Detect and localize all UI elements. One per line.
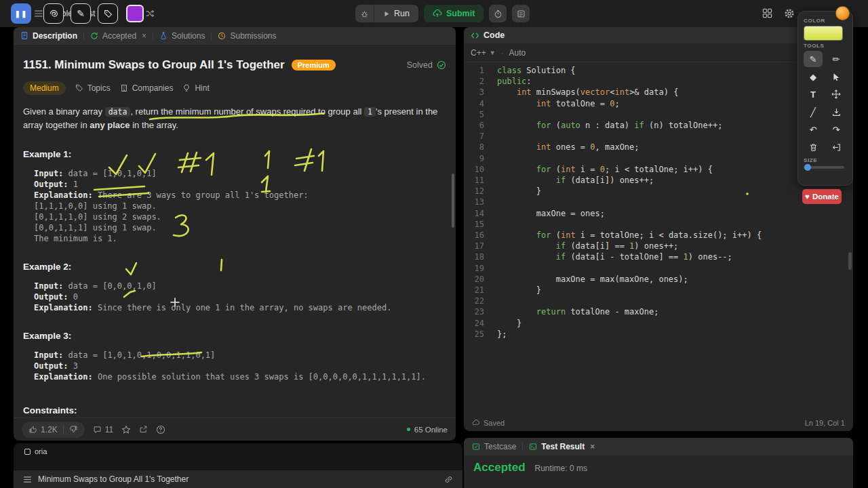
link-icon[interactable] xyxy=(444,475,453,484)
size-slider[interactable] xyxy=(804,166,844,169)
problem-content[interactable]: 1151. Minimum Swaps to Group All 1's Tog… xyxy=(14,45,456,418)
tool-pen-icon[interactable]: ✎ xyxy=(804,51,823,67)
comments-button[interactable]: 11 xyxy=(93,425,113,434)
tool-move-icon[interactable] xyxy=(827,86,846,102)
building-icon xyxy=(120,84,128,92)
tab-test-result[interactable]: Test Result × xyxy=(529,442,595,451)
current-color-swatch[interactable] xyxy=(804,26,843,41)
donate-button[interactable]: ♥ Donate xyxy=(802,189,842,204)
debug-button[interactable] xyxy=(355,5,374,22)
annotation-tool-panel: COLOR TOOLS ✎✏◆T╱↶↷ SIZE xyxy=(797,11,853,186)
solved-label: Solved xyxy=(407,60,433,70)
purple-color-swatch[interactable] xyxy=(126,5,144,22)
tab-description[interactable]: Description xyxy=(20,31,77,41)
tab-solutions-label: Solutions xyxy=(172,31,205,41)
star-icon[interactable] xyxy=(121,425,131,434)
example-label: Example 3: xyxy=(23,331,446,342)
difficulty-badge[interactable]: Medium xyxy=(23,81,66,95)
help-icon[interactable] xyxy=(156,425,165,434)
notes-button[interactable] xyxy=(512,5,530,22)
example-pre: Input: data = [0,0,0,1,0]Output: 0Explan… xyxy=(34,281,446,313)
tool-undo-icon[interactable]: ↶ xyxy=(804,121,823,138)
line-numbers: 1234567891011121314151617181920212223242… xyxy=(464,65,488,415)
donate-label: Donate xyxy=(812,192,839,201)
topics-button[interactable]: Topics xyxy=(75,83,111,93)
comment-icon xyxy=(93,425,102,434)
chevron-down-icon: ▼ xyxy=(490,49,496,56)
editor-scrollbar[interactable] xyxy=(848,252,852,270)
size-slider-handle[interactable] xyxy=(804,164,811,171)
like-button[interactable]: 1.2K xyxy=(28,425,58,434)
clock-icon xyxy=(218,32,226,40)
bottom-problem-title[interactable]: Minimum Swaps to Group All 1's Together xyxy=(38,474,189,484)
submit-label: Submit xyxy=(446,9,475,18)
list-icon[interactable] xyxy=(23,475,32,484)
bottom-titlebar: Minimum Swaps to Group All 1's Together xyxy=(14,470,462,488)
online-indicator: 65 Online xyxy=(407,426,448,434)
tool-exit-icon[interactable] xyxy=(827,139,846,155)
tool-redo-icon[interactable]: ↷ xyxy=(827,121,846,138)
heart-icon: ♥ xyxy=(805,192,810,201)
tools-section-label: TOOLS xyxy=(804,43,847,49)
code-editor[interactable]: 1234567891011121314151617181920212223242… xyxy=(464,62,853,415)
tab-test-result-label: Test Result xyxy=(541,442,585,451)
code-icon xyxy=(471,31,479,40)
left-panel-scrollbar[interactable] xyxy=(452,174,454,228)
tab-accepted[interactable]: Accepted × xyxy=(90,31,146,41)
cursor-position: Ln 19, Col 1 xyxy=(805,419,845,427)
tool-text-icon[interactable]: T xyxy=(804,86,823,102)
timer-button[interactable] xyxy=(489,5,507,22)
description-panel: Description Accepted × Solutions Submiss… xyxy=(14,27,456,441)
bottom-toolbar: oria xyxy=(14,443,462,470)
code-panel: Code C++ ▼ · Auto 1234567891011121314151… xyxy=(464,27,853,431)
partial-text-row: oria xyxy=(24,447,47,455)
gear-icon[interactable] xyxy=(784,8,795,19)
hint-button[interactable]: Hint xyxy=(182,83,209,93)
language-selector[interactable]: C++ ▼ xyxy=(471,48,496,58)
inline-code-data: data xyxy=(105,107,131,117)
code-tab-label[interactable]: Code xyxy=(484,30,505,40)
tab-divider xyxy=(153,32,153,40)
tool-eraser-icon[interactable]: ◆ xyxy=(804,68,823,85)
tab-solutions[interactable]: Solutions xyxy=(159,31,205,41)
tab-divider xyxy=(522,443,523,451)
editor-statusbar: Saved Ln 19, Col 1 xyxy=(464,415,853,431)
tab-testcase[interactable]: Testcase xyxy=(472,442,516,451)
tag-tool-button[interactable] xyxy=(98,3,118,24)
cloud-saved-icon xyxy=(472,419,480,427)
tab-divider xyxy=(83,32,84,40)
tool-cursor-icon[interactable] xyxy=(827,68,846,85)
online-dot xyxy=(407,428,410,431)
tab-accepted-label: Accepted xyxy=(102,31,136,41)
check-circle-icon xyxy=(437,60,446,70)
close-icon[interactable]: × xyxy=(590,442,595,451)
example-label: Example 2: xyxy=(23,262,446,272)
example-pre: Input: data = [1,0,1,0,1]Output: 1Explan… xyxy=(34,168,446,244)
example-pre: Input: data = [1,0,1,0,1,0,0,1,1,0,1]Out… xyxy=(34,350,446,382)
run-button[interactable]: Run xyxy=(374,5,418,22)
lasso-tool-button[interactable] xyxy=(43,3,64,24)
submit-button[interactable]: Submit xyxy=(424,5,484,22)
pen-tool-button[interactable]: ✎ xyxy=(71,3,91,24)
partial-text: oria xyxy=(35,447,47,455)
tool-line-icon[interactable]: ╱ xyxy=(804,104,823,120)
tool-save-icon[interactable] xyxy=(827,104,846,120)
test-result-panel: Testcase Test Result × Accepted Runtime:… xyxy=(464,438,853,488)
companies-button[interactable]: Companies xyxy=(120,83,174,93)
tab-submissions[interactable]: Submissions xyxy=(218,31,276,41)
auto-label[interactable]: Auto xyxy=(509,48,526,58)
close-icon[interactable]: × xyxy=(142,31,146,41)
code-tab-bar: Code xyxy=(464,27,853,43)
companies-label: Companies xyxy=(132,83,174,93)
pause-button[interactable]: ❚❚ xyxy=(11,3,31,24)
share-icon[interactable] xyxy=(139,425,148,434)
tool-trash-icon[interactable] xyxy=(804,139,823,155)
thumbs-down-icon[interactable] xyxy=(69,425,78,434)
language-label: C++ xyxy=(471,48,486,58)
shuffle-icon[interactable] xyxy=(145,9,155,18)
topics-label: Topics xyxy=(87,83,111,93)
layout-grid-icon[interactable] xyxy=(762,8,772,18)
tool-marker-icon[interactable]: ✏ xyxy=(827,51,846,67)
tools-grid: ✎✏◆T╱↶↷ xyxy=(804,51,847,155)
avatar[interactable] xyxy=(835,6,850,20)
